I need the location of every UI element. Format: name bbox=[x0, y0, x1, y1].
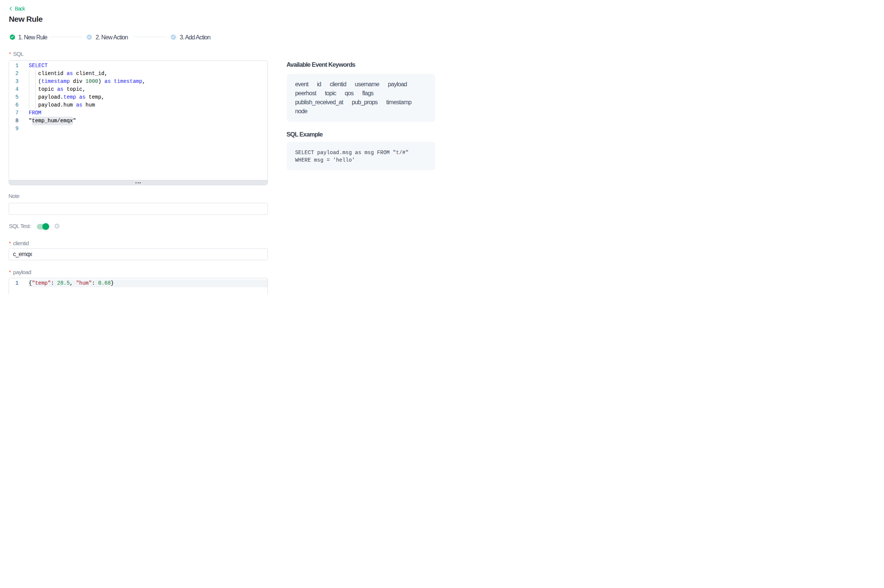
svg-text:?: ? bbox=[56, 225, 58, 228]
